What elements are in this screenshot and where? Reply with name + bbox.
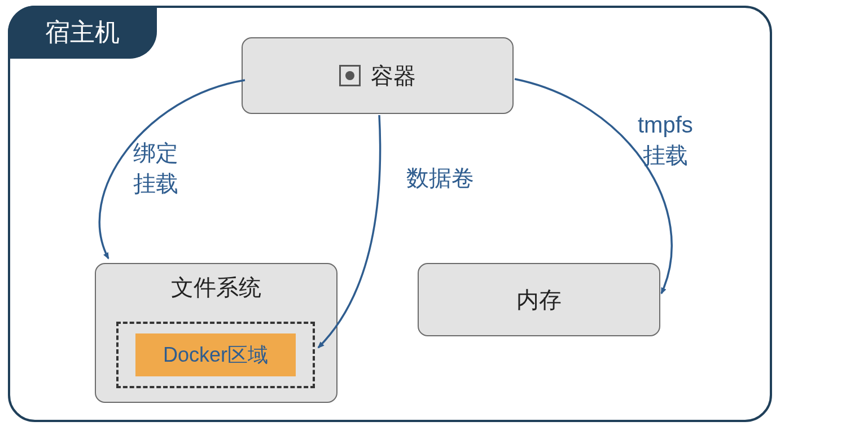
host-label: 宿主机: [8, 6, 157, 59]
docker-area-label: Docker区域: [163, 341, 268, 369]
radio-icon: [339, 65, 361, 86]
label-tmpfs-line2: 挂载: [643, 143, 688, 168]
label-bind-mount-line2: 挂载: [133, 171, 178, 196]
label-bind-mount: 绑定 挂载: [133, 138, 178, 199]
radio-dot-icon: [345, 71, 354, 80]
label-volume: 数据卷: [406, 163, 474, 193]
label-volume-text: 数据卷: [406, 165, 474, 190]
label-bind-mount-line1: 绑定: [133, 141, 178, 165]
docker-area-box: Docker区域: [135, 333, 296, 376]
node-memory: 内存: [418, 263, 660, 336]
diagram-canvas: 宿主机 容器 文件系统 Docker区域 内存 绑定: [0, 0, 868, 439]
node-filesystem-label: 文件系统: [171, 272, 261, 303]
node-memory-label: 内存: [516, 284, 562, 315]
host-label-text: 宿主机: [45, 16, 120, 49]
label-tmpfs-line1: tmpfs: [638, 112, 693, 137]
node-container: 容器: [242, 37, 514, 114]
node-container-label: 容器: [371, 60, 416, 91]
docker-area-frame: Docker区域: [116, 322, 315, 388]
label-tmpfs: tmpfs 挂载: [638, 109, 693, 170]
